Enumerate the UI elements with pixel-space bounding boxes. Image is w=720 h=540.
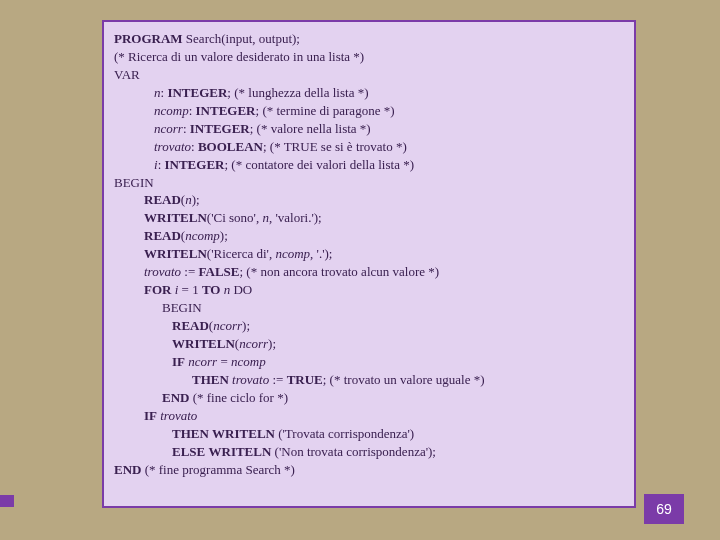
keyword: INTEGER	[190, 121, 250, 136]
code-text: :	[183, 121, 190, 136]
keyword: ELSE	[172, 444, 205, 459]
keyword: READ	[144, 228, 181, 243]
code-text: ('Non trovata corrispondenza');	[271, 444, 436, 459]
code-text: DO	[230, 282, 252, 297]
code-text: ('Trovata corrispondenza')	[275, 426, 414, 441]
keyword: FALSE	[199, 264, 240, 279]
code-text: :=	[269, 372, 286, 387]
keyword: FOR	[144, 282, 171, 297]
identifier: ncomp	[275, 246, 310, 261]
keyword: TRUE	[287, 372, 323, 387]
keyword: READ	[144, 192, 181, 207]
keyword: IF	[172, 354, 185, 369]
code-line: READ(ncomp);	[144, 227, 624, 245]
identifier: trovato	[144, 264, 181, 279]
identifier: ncomp	[154, 103, 189, 118]
code-line: IF ncorr = ncomp	[172, 353, 624, 371]
code-line: THEN WRITELN ('Trovata corrispondenza')	[172, 425, 624, 443]
code-text: ; (* TRUE se si è trovato *)	[263, 139, 407, 154]
code-text: );	[192, 192, 200, 207]
keyword: THEN	[172, 426, 209, 441]
code-line: END (* fine programma Search *)	[114, 461, 624, 479]
keyword: WRITELN	[172, 336, 235, 351]
code-line: BEGIN	[162, 299, 624, 317]
code-text: :	[191, 139, 198, 154]
code-text: :=	[181, 264, 198, 279]
keyword: BOOLEAN	[198, 139, 263, 154]
keyword: WRITELN	[212, 426, 275, 441]
identifier: ncorr	[239, 336, 268, 351]
keyword: WRITELN	[144, 210, 207, 225]
identifier: trovato	[160, 408, 197, 423]
keyword: END	[162, 390, 189, 405]
code-text: ; (* lunghezza della lista *)	[227, 85, 368, 100]
code-text: ; (* non ancora trovato alcun valore *)	[239, 264, 439, 279]
code-line: (* Ricerca di un valore desiderato in un…	[114, 48, 624, 66]
code-line: WRITELN('Ci sono', n, 'valori.');	[144, 209, 624, 227]
code-line: ELSE WRITELN ('Non trovata corrispondenz…	[172, 443, 624, 461]
code-text: ('Ci sono',	[207, 210, 263, 225]
code-line: trovato := FALSE; (* non ancora trovato …	[144, 263, 624, 281]
code-line: READ(ncorr);	[172, 317, 624, 335]
code-line: n: INTEGER; (* lunghezza della lista *)	[154, 84, 624, 102]
page-number: 69	[644, 494, 684, 524]
code-line: IF trovato	[144, 407, 624, 425]
code-line: WRITELN(ncorr);	[172, 335, 624, 353]
code-text: );	[242, 318, 250, 333]
keyword: INTEGER	[167, 85, 227, 100]
code-line: PROGRAM Search(input, output);	[114, 30, 624, 48]
identifier: trovato	[154, 139, 191, 154]
code-text: ; (* valore nella lista *)	[250, 121, 371, 136]
code-text: :	[189, 103, 196, 118]
code-line: THEN trovato := TRUE; (* trovato un valo…	[192, 371, 624, 389]
code-line: FOR i = 1 TO n DO	[144, 281, 624, 299]
identifier: ncorr	[213, 318, 242, 333]
code-line: END (* fine ciclo for *)	[162, 389, 624, 407]
identifier: ncomp	[231, 354, 266, 369]
code-line: trovato: BOOLEAN; (* TRUE se si è trovat…	[154, 138, 624, 156]
code-text: =	[217, 354, 231, 369]
code-text: ('Ricerca di',	[207, 246, 276, 261]
code-line: ncomp: INTEGER; (* termine di paragone *…	[154, 102, 624, 120]
code-text: Search(input, output);	[183, 31, 300, 46]
keyword: IF	[144, 408, 157, 423]
code-text: (* fine programma Search *)	[141, 462, 294, 477]
code-text: , '.');	[310, 246, 332, 261]
accent-block	[0, 495, 14, 507]
code-line: ncorr: INTEGER; (* valore nella lista *)	[154, 120, 624, 138]
code-text: = 1	[178, 282, 202, 297]
code-line: VAR	[114, 66, 624, 84]
keyword: PROGRAM	[114, 31, 183, 46]
identifier: ncomp	[185, 228, 220, 243]
code-text: , 'valori.');	[269, 210, 322, 225]
identifier: ncorr	[154, 121, 183, 136]
keyword: READ	[172, 318, 209, 333]
identifier: trovato	[232, 372, 269, 387]
code-text: :	[158, 157, 165, 172]
keyword: INTEGER	[165, 157, 225, 172]
code-text: ; (* trovato un valore uguale *)	[323, 372, 485, 387]
keyword: THEN	[192, 372, 229, 387]
keyword: WRITELN	[209, 444, 272, 459]
keyword: INTEGER	[196, 103, 256, 118]
code-text: ; (* contatore dei valori della lista *)	[224, 157, 414, 172]
code-text: );	[220, 228, 228, 243]
keyword: END	[114, 462, 141, 477]
code-panel: PROGRAM Search(input, output); (* Ricerc…	[102, 20, 636, 508]
code-text: (* fine ciclo for *)	[189, 390, 288, 405]
code-line: i: INTEGER; (* contatore dei valori dell…	[154, 156, 624, 174]
code-line: WRITELN('Ricerca di', ncomp, '.');	[144, 245, 624, 263]
code-line: READ(n);	[144, 191, 624, 209]
keyword: TO	[202, 282, 221, 297]
code-text: ; (* termine di paragone *)	[256, 103, 395, 118]
code-line: BEGIN	[114, 174, 624, 192]
code-text: );	[268, 336, 276, 351]
identifier: ncorr	[188, 354, 217, 369]
keyword: WRITELN	[144, 246, 207, 261]
